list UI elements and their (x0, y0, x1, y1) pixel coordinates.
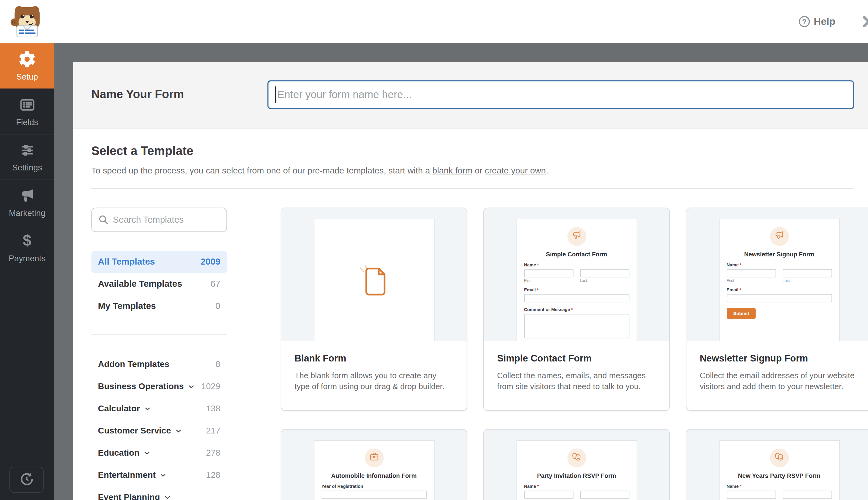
mini-name-fields: FirstLast (524, 267, 629, 282)
mini-textarea (524, 314, 629, 338)
sidebar-item-settings[interactable]: Settings (0, 134, 54, 179)
category-count: 217 (206, 426, 220, 436)
template-card-blank-form[interactable]: Blank FormThe blank form allows you to c… (281, 208, 467, 411)
template-badge (567, 227, 586, 246)
template-card-title: Newsletter Signup Form (700, 353, 859, 364)
filter-count: 2009 (201, 257, 220, 267)
create-your-own-link[interactable]: create your own (485, 166, 546, 175)
topbar-right: ? Help (799, 0, 868, 43)
mini-input (727, 269, 776, 277)
megaphone-icon (571, 230, 582, 243)
mini-input (783, 491, 832, 499)
template-card-party-invitation-rsvp-form[interactable]: Party Invitation RSVP FormName*FirstLast… (483, 429, 670, 500)
filter-my-templates[interactable]: My Templates0 (91, 295, 227, 317)
template-card-description: Collect the names, emails, and messages … (497, 370, 656, 393)
description-text: To speed up the process, you can select … (91, 166, 433, 175)
category-calculator[interactable]: Calculator138 (91, 398, 227, 420)
category-label: Customer Service (98, 426, 171, 436)
chevron-down-icon (164, 493, 171, 500)
mini-field-label: Comment or Message* (524, 307, 629, 312)
filter-label: My Templates (98, 301, 156, 311)
help-button[interactable]: ? Help (799, 16, 850, 27)
template-card-automobile-information-form[interactable]: Automobile Information FormYear of Regis… (281, 429, 467, 500)
fields-icon (19, 96, 35, 113)
mini-form-title: New Years Party RSVP Form (727, 473, 832, 479)
category-education[interactable]: Education278 (91, 442, 227, 464)
template-card-new-years-party-rsvp-form[interactable]: New Years Party RSVP FormName*FirstLastE… (686, 429, 868, 500)
gear-icon (19, 51, 35, 67)
blank-form-link[interactable]: blank form (433, 166, 472, 175)
revision-history-button[interactable] (9, 467, 44, 493)
select-template-title: Select a Template (91, 144, 854, 158)
mini-field-label: Name* (524, 484, 629, 489)
filter-available-templates[interactable]: Available Templates67 (91, 273, 227, 295)
category-label: Business Operations (98, 382, 184, 391)
form-name-input[interactable] (267, 80, 854, 109)
chevron-down-icon (188, 383, 195, 390)
filter-all-templates[interactable]: All Templates2009 (91, 251, 227, 273)
template-badge (769, 448, 788, 467)
wpforms-bear-logo (10, 4, 44, 39)
card-info: Newsletter Signup FormCollect the email … (686, 341, 868, 393)
sidebar-item-setup[interactable]: Setup (0, 43, 54, 88)
chevron-down-icon (175, 427, 182, 434)
sidebar-item-label: Setup (16, 72, 38, 81)
card-preview: New Years Party RSVP FormName*FirstLastE… (686, 430, 868, 500)
chevron-down-icon (159, 471, 167, 479)
sidebar-item-marketing[interactable]: Marketing (0, 180, 54, 225)
sidebar-item-label: Settings (12, 163, 42, 172)
template-category-list: Addon Templates8Business Operations1029C… (91, 353, 227, 500)
category-business-operations[interactable]: Business Operations1029 (91, 375, 227, 398)
template-badge (769, 227, 788, 246)
topbar-divider (850, 0, 850, 43)
template-card-simple-contact-form[interactable]: Simple Contact FormName*FirstLastEmail*C… (483, 208, 670, 411)
chevron-down-icon (144, 449, 151, 457)
masks-icon (773, 451, 785, 465)
search-templates-input[interactable] (91, 208, 227, 232)
close-builder-icon[interactable] (861, 14, 868, 29)
mini-form-title: Simple Contact Form (524, 251, 629, 258)
help-icon: ? (799, 16, 810, 27)
template-card-description: The blank form allows you to create any … (295, 370, 454, 393)
template-filter-list: All Templates2009Available Templates67My… (91, 251, 227, 317)
mini-input (524, 269, 573, 277)
category-addon-templates[interactable]: Addon Templates8 (91, 353, 227, 375)
mini-input (727, 294, 832, 302)
template-cards-grid: Blank FormThe blank form allows you to c… (281, 208, 868, 500)
megaphone-icon (19, 187, 35, 204)
help-label: Help (814, 16, 835, 27)
category-customer-service[interactable]: Customer Service217 (91, 420, 227, 442)
category-label: Event Planning (98, 492, 160, 500)
dollar-icon: $ (19, 233, 35, 249)
card-preview: Party Invitation RSVP FormName*FirstLast… (484, 430, 670, 500)
wpforms-builder-app: ? Help SetupFieldsSettingsMarketing$Paym… (0, 0, 868, 500)
mini-input (580, 269, 629, 277)
template-card-newsletter-signup-form[interactable]: Newsletter Signup FormName*FirstLastEmai… (686, 208, 868, 411)
template-section: Select a Template To speed up the proces… (73, 128, 868, 500)
mini-field-label: Email* (524, 287, 629, 292)
template-thumbnail (314, 219, 434, 341)
mini-form-title: Newsletter Signup Form (727, 251, 832, 258)
wpforms-bear-logo (0, 0, 54, 43)
category-event-planning[interactable]: Event Planning (91, 486, 227, 500)
template-thumbnail: New Years Party RSVP FormName*FirstLastE… (719, 441, 839, 500)
mini-input (524, 294, 629, 302)
masks-icon (571, 451, 582, 465)
form-name-input-wrap (267, 80, 854, 109)
mini-field-label: Year of Registration (321, 484, 426, 489)
template-description: To speed up the process, you can select … (91, 166, 854, 175)
card-info: Simple Contact FormCollect the names, em… (484, 341, 670, 393)
filter-count: 0 (215, 301, 220, 311)
sidebar-item-label: Payments (9, 254, 46, 263)
mini-field-label: Name* (727, 484, 832, 489)
template-thumbnail: Newsletter Signup FormName*FirstLastEmai… (719, 219, 839, 341)
mini-field-label: Email* (727, 287, 832, 292)
mini-form-title: Party Invitation RSVP Form (524, 473, 629, 479)
sidebar-item-fields[interactable]: Fields (0, 89, 54, 134)
category-entertainment[interactable]: Entertainment128 (91, 464, 227, 486)
sidebar-item-payments[interactable]: $Payments (0, 225, 54, 270)
filter-label: Available Templates (98, 279, 182, 289)
template-filter-column: All Templates2009Available Templates67My… (91, 189, 227, 500)
card-preview: Simple Contact FormName*FirstLastEmail*C… (484, 208, 670, 341)
list-divider (91, 334, 227, 335)
